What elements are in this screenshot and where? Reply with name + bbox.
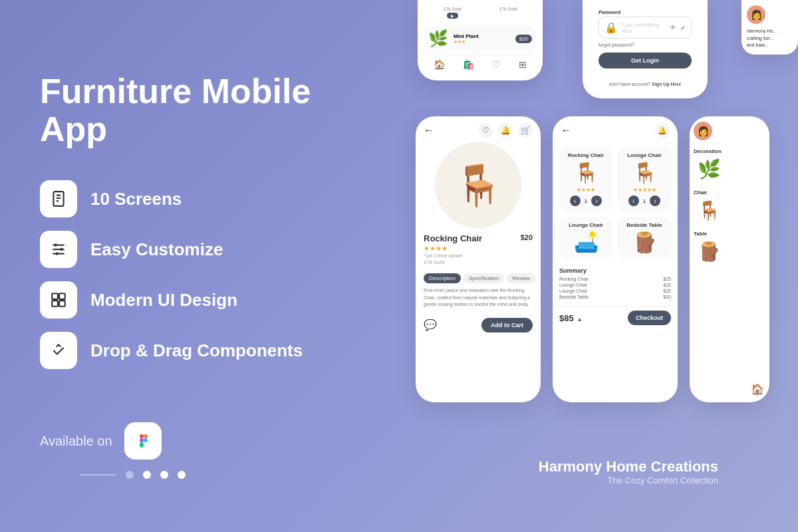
lounge-chair2-label: Lounge Chair bbox=[569, 222, 603, 228]
password-input[interactable]: Type something here bbox=[622, 22, 666, 34]
checkout-back[interactable]: ← bbox=[561, 124, 571, 136]
available-text: Available on bbox=[40, 434, 112, 449]
dot-2[interactable] bbox=[143, 471, 151, 479]
summary-row-1: Rocking Chair $25 bbox=[559, 277, 671, 281]
product-card-lounge2: Lounge Chair 🛋️ bbox=[559, 217, 612, 259]
sold-count: 17k Sold bbox=[424, 259, 533, 265]
dot-1[interactable] bbox=[126, 471, 134, 479]
summary-price-2: $20 bbox=[663, 283, 671, 287]
header-icons: ♡ 🔔 🛒 bbox=[478, 123, 533, 138]
left-panel: Furniture Mobile App 10 Screens bbox=[40, 0, 319, 532]
rocking-qty-value: 1 bbox=[585, 198, 587, 204]
customize-icon bbox=[50, 241, 67, 258]
svg-rect-15 bbox=[140, 434, 144, 438]
bottom-nav: Harmony Home Creations The Cozy Comfort … bbox=[40, 492, 758, 505]
feature-item-drag: Drop & Drag Components bbox=[40, 332, 319, 369]
summary-price-3: $20 bbox=[663, 289, 671, 293]
forgot-password[interactable]: forgot password? bbox=[598, 43, 692, 47]
available-section: Available on bbox=[40, 422, 319, 460]
checkout-header: ← 🔔 bbox=[553, 116, 678, 142]
brand-partial-text: Harmony Ho...crafting furr...and bala... bbox=[747, 28, 793, 49]
dot-3[interactable] bbox=[160, 471, 168, 479]
nav-heart-icon[interactable]: ♡ bbox=[492, 59, 501, 70]
svg-rect-11 bbox=[59, 293, 65, 299]
drag-icon-box bbox=[40, 332, 77, 369]
svg-rect-13 bbox=[59, 301, 65, 307]
eye-icon[interactable]: 👁 bbox=[670, 24, 676, 31]
dot-4[interactable] bbox=[178, 471, 186, 479]
cat-chair-label: Chair bbox=[694, 190, 707, 196]
screen-right-partial: 👩 Decoration 🌿 Chair 🪑 Table 🪵 🏠 bbox=[690, 116, 769, 402]
plant-price: $20 bbox=[515, 35, 532, 43]
checkout-btn[interactable]: Checkout bbox=[628, 311, 671, 325]
figma-badge[interactable] bbox=[124, 422, 162, 460]
svg-rect-10 bbox=[52, 293, 58, 299]
qty-plus-lounge[interactable]: › bbox=[650, 196, 660, 206]
tab-review[interactable]: Review bbox=[507, 273, 535, 283]
home-icon-right[interactable]: 🏠 bbox=[751, 383, 764, 396]
cat-chair[interactable]: Chair bbox=[694, 190, 765, 196]
modern-ui-icon bbox=[50, 291, 67, 309]
modern-ui-icon-box bbox=[40, 281, 77, 319]
feature-item-screens: 10 Screens bbox=[40, 180, 319, 217]
qty-minus-lounge[interactable]: ‹ bbox=[628, 196, 639, 206]
qty-minus-rocking[interactable]: ‹ bbox=[570, 196, 581, 206]
mini-nav: 🏠 🛍️ ♡ ⊞ bbox=[424, 55, 536, 72]
summary-section: Summary Rocking Chair $25 Lounge Chair $… bbox=[553, 265, 678, 303]
checkout-bell[interactable]: 🔔 bbox=[655, 123, 670, 138]
plant-info: Mini Plant ★★★ bbox=[454, 33, 510, 45]
lounge2-emoji: 🛋️ bbox=[574, 231, 598, 254]
signup-text: don't have account? Sign Up Here bbox=[598, 82, 692, 86]
stat-sold-left: 17k Sold bbox=[443, 7, 461, 11]
back-button[interactable]: ← bbox=[424, 124, 434, 136]
tab-description[interactable]: Description bbox=[424, 273, 461, 283]
signup-link[interactable]: Sign Up Here bbox=[652, 82, 681, 86]
nav-shop-icon[interactable]: 🛍️ bbox=[463, 59, 474, 70]
cat-decoration[interactable]: Decoration bbox=[694, 148, 765, 154]
avatar: 👩 bbox=[747, 5, 765, 24]
summary-row-4: Bedside Table $20 bbox=[559, 295, 671, 299]
get-login-btn[interactable]: Get Login bbox=[598, 53, 692, 68]
bedside-table-label: Bedside Table bbox=[626, 222, 662, 228]
category-list: Decoration 🌿 Chair 🪑 Table 🪵 bbox=[690, 146, 769, 265]
lock-icon: 🔒 bbox=[604, 21, 618, 34]
cart-icon[interactable]: 🛒 bbox=[518, 123, 533, 138]
lounge-chair-label: Lounge Chair bbox=[627, 152, 662, 158]
qty-plus-rocking[interactable]: › bbox=[591, 196, 602, 206]
product-grid: Rocking Chair 🪑 ★★★★ ‹ 1 › Lounge Chair … bbox=[553, 142, 678, 265]
password-field[interactable]: 🔒 Type something here 👁 ✓ bbox=[598, 17, 692, 39]
stat-left: 17k Sold ▶ bbox=[443, 7, 461, 20]
main-title: Furniture Mobile App bbox=[40, 72, 319, 148]
cat-table[interactable]: Table bbox=[694, 231, 765, 237]
plant-name: Mini Plant bbox=[454, 33, 510, 39]
feature-label-drag: Drop & Drag Components bbox=[90, 340, 303, 361]
heart-icon[interactable]: ♡ bbox=[478, 123, 493, 138]
lounge-chair-emoji: 🪑 bbox=[632, 161, 657, 184]
pagination-area bbox=[80, 471, 186, 479]
tab-specification[interactable]: Specification bbox=[464, 273, 504, 283]
nav-grid-icon[interactable]: ⊞ bbox=[519, 59, 527, 70]
mini-plant-row: 🌿 Mini Plant ★★★ $20 bbox=[424, 25, 536, 52]
lounge-qty-value: 1 bbox=[643, 198, 646, 204]
expand-icon[interactable]: ▲ bbox=[577, 316, 583, 323]
product-tabs: Description Specification Review bbox=[416, 269, 541, 287]
add-to-cart-btn[interactable]: Add to Cart bbox=[481, 318, 533, 332]
feature-label-screens: 10 Screens bbox=[90, 189, 182, 209]
total-price: $85 bbox=[559, 313, 574, 323]
rocking-stars: ★★★★ bbox=[577, 187, 595, 193]
brand-info: Harmony Home Creations The Cozy Comfort … bbox=[539, 458, 718, 485]
summary-row-2: Lounge Chair $20 bbox=[559, 283, 671, 287]
lounge-qty: ‹ 1 › bbox=[628, 196, 660, 206]
product-card-rocking: Rocking Chair 🪑 ★★★★ ‹ 1 › bbox=[559, 147, 612, 211]
bell-icon[interactable]: 🔔 bbox=[498, 123, 513, 138]
mini-stats: 17k Sold ▶ 17k Sold bbox=[424, 7, 536, 20]
bedside-emoji: 🪵 bbox=[632, 231, 657, 254]
decor-emoji: 🌿 bbox=[694, 158, 765, 180]
right-screen-header: 👩 bbox=[690, 116, 769, 146]
nav-home-icon[interactable]: 🏠 bbox=[434, 59, 445, 70]
chat-icon[interactable]: 💬 bbox=[424, 319, 437, 331]
svg-rect-12 bbox=[52, 301, 58, 307]
right-avatar: 👩 bbox=[694, 122, 712, 140]
feature-list: 10 Screens Easy Customize bbox=[40, 180, 319, 369]
svg-rect-19 bbox=[140, 442, 144, 448]
